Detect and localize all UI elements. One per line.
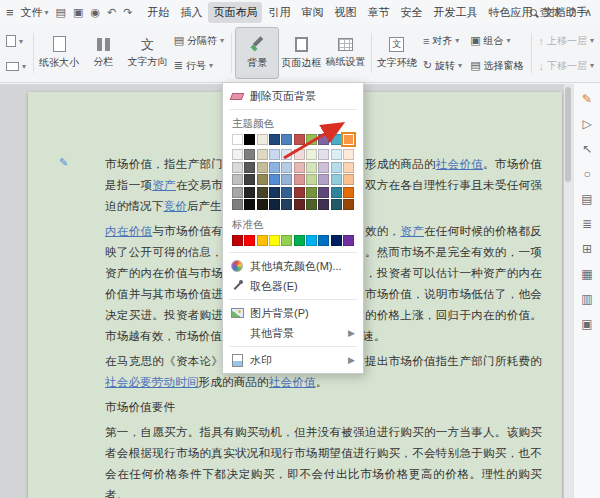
color-swatch[interactable] [257,149,268,160]
rotate-button[interactable]: ↻旋转▾ [419,57,466,75]
color-swatch[interactable] [232,187,243,198]
layout-icon[interactable]: ▦ [581,268,592,280]
document-icon[interactable]: ▤ [581,193,592,205]
color-swatch[interactable] [244,235,255,246]
color-swatch[interactable] [306,235,317,246]
comment-marker-icon[interactable]: ✎ [59,156,68,169]
pen-icon[interactable]: ✎ [582,93,592,105]
align-button[interactable]: ≡对齐▾ [419,32,466,50]
color-swatch[interactable] [257,235,268,246]
color-swatch[interactable] [281,149,292,160]
manuscript-grid-button[interactable]: 稿纸设置 [323,27,367,79]
menu-picture-background[interactable]: 图片背景(P) [223,303,363,323]
margins-button[interactable]: ▾ [2,33,30,49]
color-swatch[interactable] [294,235,305,246]
outline-icon[interactable]: ≣ [582,218,592,230]
color-swatch[interactable] [294,149,305,160]
tab-开始[interactable]: 开始 [142,2,174,23]
tab-插入[interactable]: 插入 [175,2,207,23]
color-swatch[interactable] [244,134,255,145]
color-swatch[interactable] [343,162,354,173]
text-direction-button[interactable]: 文 文字方向 [125,27,169,79]
group-button[interactable]: ▣组合▾ [466,32,527,50]
color-swatch[interactable] [331,199,342,210]
color-swatch[interactable] [331,149,342,160]
line-numbers-button[interactable]: ≣行号▾ [170,57,228,75]
color-swatch[interactable] [318,149,329,160]
color-swatch[interactable] [257,162,268,173]
breaks-button[interactable]: ▤分隔符▾ [170,32,228,50]
color-swatch[interactable] [257,134,268,145]
menu-delete-page-background[interactable]: 删除页面背景 [223,86,363,106]
color-swatch[interactable] [331,134,342,145]
color-swatch[interactable] [257,174,268,185]
color-swatch[interactable] [232,174,243,185]
color-swatch[interactable] [281,235,292,246]
tab-引用[interactable]: 引用 [263,2,295,23]
hyperlink[interactable]: 竞价 [164,200,187,212]
print-icon[interactable]: ▣ [73,6,83,19]
color-swatch[interactable] [318,134,329,145]
color-swatch[interactable] [318,199,329,210]
find-button[interactable]: 查找 [530,5,562,20]
color-swatch[interactable] [281,199,292,210]
color-swatch[interactable] [257,187,268,198]
color-swatch[interactable] [294,162,305,173]
color-swatch[interactable] [281,134,292,145]
hyperlink[interactable]: 社会必要劳动时间 [105,376,199,388]
selection-pane-button[interactable]: ▤选择窗格 [466,57,527,75]
color-swatch[interactable] [232,134,243,145]
play-icon[interactable]: ▷ [582,118,591,130]
color-swatch[interactable] [294,199,305,210]
orientation-button[interactable]: ▾ [2,60,30,73]
color-swatch[interactable] [343,134,354,145]
color-swatch[interactable] [244,162,255,173]
color-swatch[interactable] [281,174,292,185]
save-icon[interactable]: ▤ [56,6,66,19]
paper-size-button[interactable]: 纸张大小 [37,27,81,79]
color-swatch[interactable] [306,149,317,160]
color-swatch[interactable] [244,199,255,210]
color-swatch[interactable] [232,199,243,210]
color-swatch[interactable] [294,174,305,185]
book-icon[interactable]: ▣ [581,318,592,330]
color-swatch[interactable] [343,199,354,210]
collapse-ribbon-icon[interactable]: ∧ [584,6,592,19]
text-wrap-button[interactable]: 文 文字环绕 [375,27,419,79]
color-swatch[interactable] [269,149,280,160]
color-swatch[interactable] [232,235,243,246]
help-button[interactable]: ? [570,6,576,18]
hyperlink[interactable]: 内在价值 [105,225,152,237]
color-swatch[interactable] [331,162,342,173]
color-swatch[interactable] [343,235,354,246]
color-swatch[interactable] [269,174,280,185]
color-swatch[interactable] [257,199,268,210]
color-swatch[interactable] [269,235,280,246]
tab-章节[interactable]: 章节 [362,2,394,23]
color-swatch[interactable] [244,174,255,185]
columns-icon[interactable]: ▥ [581,293,592,305]
menu-more-fill-colors[interactable]: 其他填充颜色(M)... [223,256,363,276]
color-swatch[interactable] [318,174,329,185]
color-swatch[interactable] [269,162,280,173]
color-swatch[interactable] [306,187,317,198]
color-swatch[interactable] [343,174,354,185]
tab-页面布局[interactable]: 页面布局 [208,2,262,23]
preview-icon[interactable]: ◉ [90,6,100,19]
color-swatch[interactable] [343,187,354,198]
grid-icon[interactable]: ⊞ [582,243,592,255]
color-swatch[interactable] [331,235,342,246]
tab-视图[interactable]: 视图 [329,2,361,23]
menu-watermark[interactable]: 水印 ▶ [223,350,363,370]
file-menu[interactable]: 文件 ▾ [21,5,49,20]
undo-icon[interactable]: ↶ [107,6,116,19]
hyperlink[interactable]: 资产 [152,179,176,191]
color-swatch[interactable] [244,149,255,160]
color-swatch[interactable] [306,134,317,145]
color-swatch[interactable] [306,199,317,210]
columns-button[interactable]: 分栏 [81,27,125,79]
color-swatch[interactable] [281,162,292,173]
scrollbar-thumb[interactable] [565,87,571,182]
page-border-button[interactable]: 页面边框 [279,27,323,79]
color-swatch[interactable] [294,134,305,145]
